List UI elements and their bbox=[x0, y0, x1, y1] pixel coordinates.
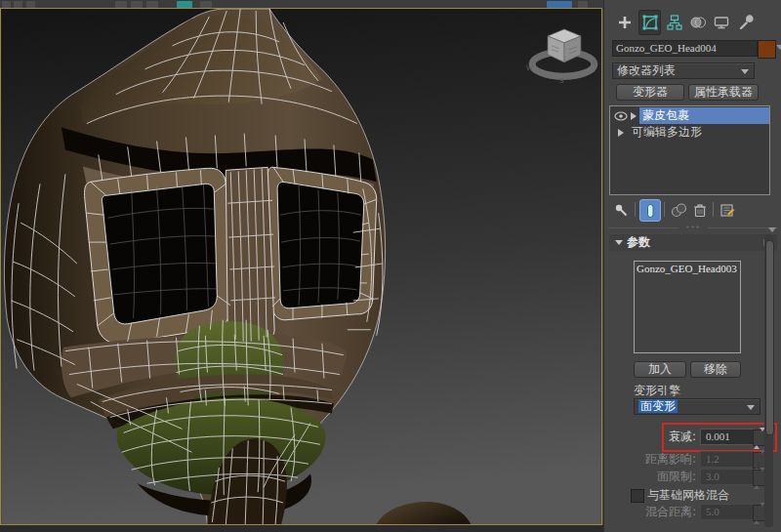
modifier-list-label: 修改器列表 bbox=[617, 63, 676, 77]
eye-socket-left bbox=[102, 184, 217, 324]
toolbar-button-sliver[interactable] bbox=[2, 1, 11, 8]
tab-motion[interactable] bbox=[686, 10, 709, 35]
toolbar-button-sliver[interactable] bbox=[115, 1, 127, 8]
wrap-target-item[interactable]: Gonzo_GEO_Head003 bbox=[635, 262, 740, 275]
modifier-stack-toolbar bbox=[609, 198, 777, 222]
attribute-holder-button[interactable]: 属性承载器 bbox=[688, 84, 759, 101]
viewcube-south-label[interactable]: S bbox=[559, 77, 564, 85]
chevron-down-icon bbox=[741, 69, 749, 74]
expand-arrow-icon[interactable] bbox=[618, 129, 624, 137]
falloff-row: 衰减: 0.001 bbox=[604, 429, 781, 445]
toolbar-button-active-sliver[interactable] bbox=[177, 1, 192, 8]
wrap-targets-listbox[interactable]: Gonzo_GEO_Head003 bbox=[634, 261, 741, 353]
remove-target-button[interactable]: 移除 bbox=[690, 361, 741, 378]
show-end-result-button[interactable] bbox=[639, 199, 661, 222]
add-target-button[interactable]: 加入 bbox=[634, 361, 686, 378]
tab-create[interactable] bbox=[613, 10, 636, 35]
tab-modify[interactable] bbox=[638, 10, 661, 35]
motion-icon bbox=[689, 14, 707, 31]
viewcube-west-label[interactable]: W bbox=[526, 64, 533, 72]
remove-modifier-button[interactable] bbox=[690, 199, 710, 220]
separator bbox=[635, 202, 636, 217]
modifier-stack-row-label: 可编辑多边形 bbox=[632, 124, 702, 141]
blend-base-mesh-checkbox[interactable] bbox=[631, 489, 644, 503]
modifier-stack-list[interactable]: 蒙皮包裹 可编辑多边形 bbox=[609, 105, 770, 195]
tab-hierarchy[interactable] bbox=[663, 10, 685, 35]
panel-divider: ••• bbox=[608, 227, 778, 228]
morpher-button[interactable]: 变形器 bbox=[616, 84, 684, 101]
toolbar-button-sliver[interactable] bbox=[14, 1, 22, 8]
pin-icon bbox=[613, 202, 629, 218]
chevron-down-icon bbox=[747, 405, 755, 410]
blend-distance-field: 5.0 bbox=[700, 504, 754, 520]
engine-selected-value: 面变形 bbox=[638, 399, 678, 413]
panel-expand-arrow[interactable] bbox=[776, 45, 781, 50]
toolbar-button-sliver[interactable] bbox=[131, 1, 143, 8]
modifier-stack-row-skin-wrap[interactable]: 蒙皮包裹 bbox=[610, 107, 769, 124]
expand-arrow-icon[interactable] bbox=[631, 112, 637, 120]
tab-utilities[interactable] bbox=[734, 10, 757, 35]
blend-checkbox-row: 与基础网格混合 bbox=[604, 487, 781, 504]
hierarchy-icon bbox=[666, 14, 683, 31]
configure-modifier-sets-button[interactable] bbox=[718, 199, 737, 220]
blend-distance-row: 混合距离: 5.0 bbox=[604, 504, 781, 520]
toolbar-button-sliver[interactable] bbox=[200, 1, 212, 8]
toolbar-button-sliver[interactable] bbox=[26, 1, 35, 8]
make-unique-button[interactable] bbox=[669, 199, 688, 220]
blend-base-mesh-label: 与基础网格混合 bbox=[647, 487, 729, 504]
modify-icon bbox=[641, 14, 659, 31]
viewcube-east-label[interactable]: E bbox=[593, 59, 596, 66]
object-name-field[interactable]: Gonzo_GEO_Head004 bbox=[612, 40, 758, 57]
distance-influence-row: 距离影响: 1.2 bbox=[604, 451, 781, 468]
toolbar-button-sliver[interactable] bbox=[578, 1, 588, 8]
panel-scrollbar-thumb[interactable] bbox=[765, 240, 774, 435]
display-icon bbox=[713, 14, 730, 31]
configure-sets-icon bbox=[719, 201, 736, 219]
viewport-bottom-strip bbox=[0, 525, 603, 532]
modifier-stack-row-label[interactable]: 蒙皮包裹 bbox=[639, 107, 769, 124]
rollout-scroll-arrow[interactable] bbox=[768, 227, 776, 232]
engine-label: 变形引擎 bbox=[634, 383, 680, 399]
plus-icon bbox=[619, 17, 631, 28]
modifier-list-dropdown[interactable]: 修改器列表 bbox=[612, 62, 755, 79]
tab-display[interactable] bbox=[710, 10, 732, 35]
pin-stack-button[interactable] bbox=[611, 199, 631, 220]
parameters-rollout-header[interactable]: 参数 bbox=[609, 234, 777, 251]
falloff-label: 衰减: bbox=[604, 429, 696, 445]
toolbar-button-sliver[interactable] bbox=[146, 1, 158, 8]
distance-influence-label: 距离影响: bbox=[604, 451, 696, 468]
perspective-viewport[interactable]: W S E bbox=[0, 8, 602, 525]
toolbar-button-highlight-sliver[interactable] bbox=[547, 1, 572, 8]
show-end-result-icon bbox=[642, 202, 658, 220]
face-limit-label: 面限制: bbox=[604, 469, 696, 485]
face-limit-field: 3.0 bbox=[700, 469, 754, 485]
blend-distance-label: 混合距离: bbox=[604, 504, 696, 520]
modifier-stack-row-editable-poly[interactable]: 可编辑多边形 bbox=[610, 124, 769, 141]
falloff-value-field[interactable]: 0.001 bbox=[700, 429, 754, 445]
distance-influence-field: 1.2 bbox=[700, 451, 754, 468]
face-limit-row: 面限制: 3.0 bbox=[604, 469, 781, 485]
rollout-title: 参数 bbox=[627, 235, 650, 249]
wrench-icon bbox=[737, 14, 755, 31]
rollout-collapse-arrow bbox=[615, 240, 623, 245]
separator bbox=[664, 202, 665, 217]
separator bbox=[713, 202, 714, 217]
object-color-swatch[interactable] bbox=[758, 40, 776, 59]
deformation-engine-dropdown[interactable]: 面变形 bbox=[634, 398, 760, 415]
visibility-eye-icon[interactable] bbox=[614, 111, 628, 121]
make-unique-icon bbox=[670, 201, 687, 219]
viewport-3d-scene: W S E bbox=[1, 9, 601, 524]
panel-scrollbar[interactable] bbox=[764, 234, 773, 527]
command-panel: Gonzo_GEO_Head004 修改器列表 变形器 属性承载器 蒙皮包裹 可… bbox=[603, 0, 781, 532]
trash-icon bbox=[691, 201, 709, 219]
